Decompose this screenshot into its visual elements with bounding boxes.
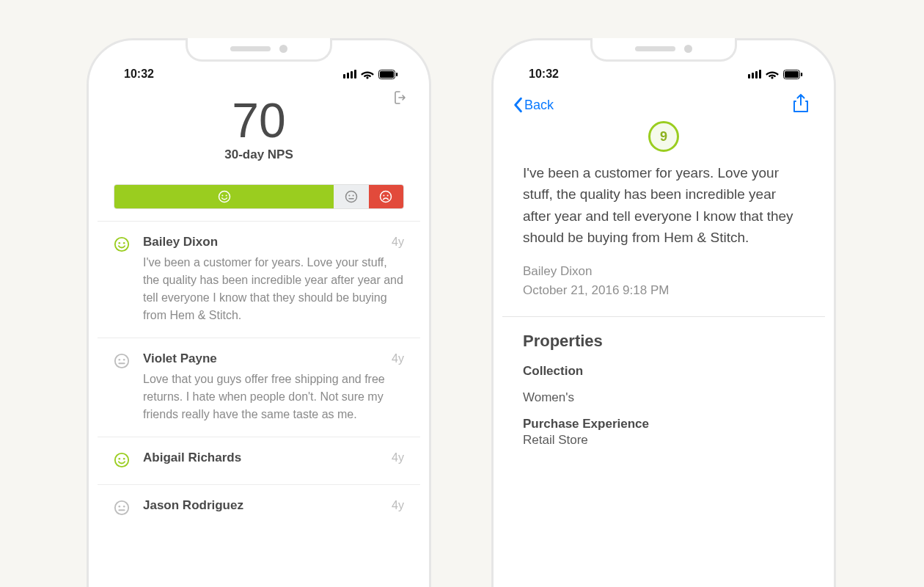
svg-point-22 — [119, 506, 121, 508]
svg-point-11 — [387, 194, 389, 196]
property-value: Women's — [523, 390, 804, 405]
svg-point-18 — [115, 453, 128, 467]
nps-bar-passives — [334, 185, 368, 208]
respondent-name: Abigail Richards — [143, 451, 241, 465]
promoter-face-icon — [114, 236, 130, 252]
share-button[interactable] — [793, 94, 809, 117]
passive-face-icon — [114, 500, 130, 516]
svg-rect-26 — [801, 73, 802, 76]
svg-point-16 — [119, 359, 121, 361]
response-row[interactable]: Bailey Dixon 4y I've been a customer for… — [98, 221, 420, 338]
phone-notch — [590, 38, 737, 62]
back-button[interactable]: Back — [513, 97, 554, 113]
phone-notch — [186, 38, 332, 62]
signal-icon — [748, 70, 761, 79]
svg-point-17 — [123, 359, 125, 361]
share-icon — [793, 94, 809, 113]
svg-point-14 — [123, 242, 125, 244]
svg-point-4 — [221, 194, 223, 196]
nps-bar-detractors — [369, 185, 403, 208]
response-row[interactable]: Violet Payne 4y Love that you guys offer… — [98, 338, 420, 437]
wifi-icon — [766, 70, 779, 79]
svg-point-12 — [115, 238, 128, 251]
response-quote: I've been a customer for years. Love you… — [502, 162, 825, 249]
svg-point-8 — [353, 194, 354, 196]
response-row[interactable]: Abigail Richards 4y — [98, 437, 420, 484]
back-label: Back — [524, 98, 554, 113]
respondent-name: Bailey Dixon — [143, 235, 218, 249]
battery-icon — [378, 70, 398, 79]
promoter-face-icon — [114, 452, 130, 468]
phone-nps-list: 10:32 70 30-day NPS — [87, 38, 431, 587]
status-icons — [343, 70, 398, 79]
response-age: 4y — [392, 352, 404, 365]
status-icons — [748, 70, 803, 79]
battery-icon — [783, 70, 803, 79]
svg-rect-25 — [785, 71, 799, 78]
svg-point-23 — [123, 506, 125, 508]
nps-score: 70 — [114, 96, 404, 145]
svg-point-19 — [119, 458, 121, 460]
logout-button[interactable] — [394, 90, 407, 108]
nps-bar-promoters — [114, 185, 334, 208]
chevron-left-icon — [513, 97, 523, 113]
svg-point-15 — [115, 354, 128, 368]
respondent-name: Violet Payne — [143, 351, 217, 366]
response-score-badge: 9 — [648, 121, 679, 152]
response-row[interactable]: Jason Rodriguez 4y — [98, 484, 420, 532]
property-value: Retail Store — [523, 433, 804, 448]
wifi-icon — [361, 70, 374, 79]
nps-score-label: 30-day NPS — [114, 147, 404, 162]
respondent-name: Jason Rodriguez — [143, 498, 243, 513]
svg-point-6 — [346, 192, 357, 203]
property-key: Collection — [523, 364, 804, 379]
svg-point-20 — [123, 458, 125, 460]
response-score: 9 — [660, 129, 667, 145]
svg-rect-1 — [380, 71, 394, 78]
svg-point-5 — [225, 194, 227, 196]
properties-section: Properties Collection Women's Purchase E… — [502, 317, 825, 474]
property-key: Purchase Experience — [523, 417, 804, 431]
signal-icon — [343, 70, 356, 79]
response-author: Bailey Dixon — [523, 262, 804, 281]
response-text: I've been a customer for years. Love you… — [143, 254, 404, 324]
response-age: 4y — [392, 499, 404, 512]
svg-point-9 — [381, 192, 392, 203]
svg-point-21 — [115, 501, 128, 514]
svg-point-10 — [384, 194, 385, 196]
properties-heading: Properties — [523, 332, 804, 351]
svg-point-7 — [348, 194, 350, 196]
svg-rect-2 — [396, 73, 397, 76]
response-age: 4y — [392, 451, 404, 464]
svg-point-13 — [119, 242, 121, 244]
status-time: 10:32 — [124, 68, 154, 81]
passive-face-icon — [114, 353, 130, 369]
nps-distribution-bar — [114, 184, 404, 209]
response-feed: Bailey Dixon 4y I've been a customer for… — [98, 221, 420, 532]
response-timestamp: October 21, 2016 9:18 PM — [523, 281, 804, 300]
svg-point-3 — [219, 192, 230, 203]
phone-response-detail: 10:32 Back — [491, 38, 836, 587]
response-age: 4y — [392, 236, 404, 249]
response-text: Love that you guys offer free shipping a… — [143, 371, 404, 423]
status-time: 10:32 — [529, 68, 559, 81]
